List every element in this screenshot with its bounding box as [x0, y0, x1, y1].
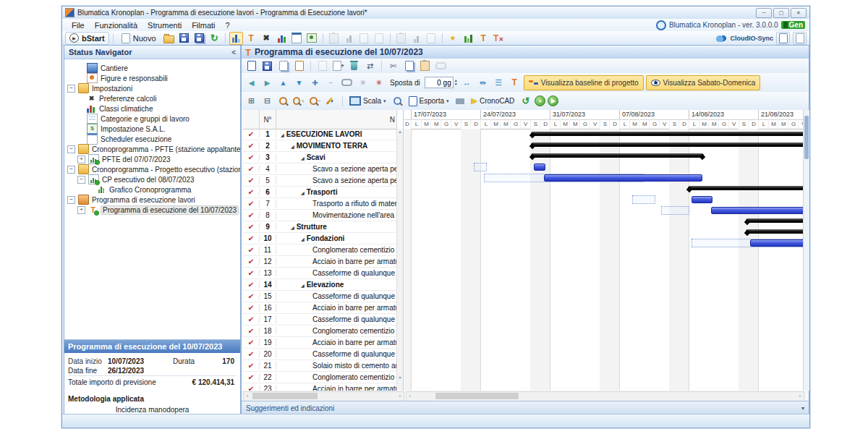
name-column-header[interactable]: N [276, 110, 397, 129]
summary-bar[interactable] [746, 229, 803, 234]
cloud-sync-label[interactable]: CloudIO-Sync [730, 35, 773, 42]
import-icon[interactable] [292, 59, 306, 72]
weekend-toggle-button[interactable]: Visualizza Sabato-Domenica [646, 75, 761, 90]
close-button[interactable]: ✕ [791, 8, 807, 18]
person-card-icon[interactable] [305, 32, 319, 45]
table-row[interactable]: ✔2◢MOVIMENTO TERRA [243, 140, 397, 152]
group-triangle-icon[interactable]: ◢ [281, 133, 284, 137]
table-row[interactable]: ✔12Acciaio in barre per armature di cong… [243, 256, 397, 268]
page2-remove-icon[interactable] [425, 32, 438, 45]
clipboard-chart-icon[interactable] [327, 32, 341, 45]
table-row[interactable]: ✔21Solaio misto di cemento armato e late… [243, 360, 397, 372]
row-check-icon[interactable]: ✔ [243, 292, 260, 300]
tree-item[interactable]: Figure e responsabili [64, 73, 240, 83]
table-row[interactable]: ✔8Movimentazione nell'area di cantiere d… [243, 210, 397, 221]
tree-item[interactable]: Cantiere [64, 63, 240, 73]
row-check-icon[interactable]: ✔ [243, 188, 260, 196]
export-log-icon[interactable] [793, 32, 807, 45]
active-view-icon[interactable] [229, 32, 243, 45]
move-up-icon[interactable]: ▲ [276, 76, 290, 89]
row-check-icon[interactable]: ✔ [243, 246, 260, 254]
copy-gray-icon[interactable] [357, 32, 371, 45]
group-triangle-icon[interactable]: ◢ [291, 145, 294, 149]
esporta-dropdown[interactable]: Esporta▾ [407, 96, 451, 106]
summary-bar[interactable] [531, 153, 704, 158]
move-right-icon[interactable]: ▶ [260, 76, 274, 89]
maximize-button[interactable]: ▢ [773, 8, 789, 18]
row-check-icon[interactable]: ✔ [243, 281, 260, 289]
zoom-icon[interactable] [276, 95, 290, 108]
reload-view-icon[interactable] [244, 59, 258, 72]
number-column-header[interactable]: N° [260, 110, 276, 129]
cut-icon[interactable]: ✄ [386, 59, 400, 72]
minimize-button[interactable]: ─ [756, 8, 772, 18]
bstart-button[interactable]: ▶ bStart [65, 32, 109, 45]
delete-task-icon[interactable] [347, 59, 361, 72]
tree-item[interactable]: SImpostazione S.A.L. [64, 124, 240, 134]
swap-icon[interactable]: ⇄ [363, 59, 377, 72]
tree-item[interactable]: −Cronoprogramma - Progetto esecutivo (st… [64, 164, 240, 174]
row-check-icon[interactable]: ✔ [243, 385, 260, 391]
task-bar[interactable] [544, 174, 702, 182]
row-check-icon[interactable]: ✔ [243, 153, 260, 161]
table-row[interactable]: ✔16Acciaio in barre per armature di cong… [243, 302, 397, 314]
clipboard2-icon[interactable] [394, 32, 408, 45]
group-triangle-icon[interactable]: ◢ [301, 191, 305, 195]
outdent-icon[interactable]: − [324, 76, 338, 89]
play-green-button[interactable]: ▶ [548, 95, 558, 106]
unlink-tasks-icon[interactable]: ✳ [356, 76, 370, 89]
group-triangle-icon[interactable]: ◢ [301, 237, 305, 242]
duplicate-icon[interactable] [276, 59, 290, 72]
nuovo-button[interactable]: Nuovo [117, 32, 161, 45]
sidebar-collapse-button[interactable]: < [231, 48, 236, 56]
expand-expander[interactable]: + [77, 156, 85, 163]
fit-view-icon[interactable]: ⇹ [476, 76, 490, 89]
tree-item[interactable]: +PFTE del 07/07/2023 [64, 154, 240, 164]
row-check-icon[interactable]: ✔ [243, 200, 260, 208]
table-row[interactable]: ✔9◢Strutture [243, 221, 397, 233]
row-check-icon[interactable]: ✔ [243, 362, 260, 370]
copy-icon[interactable] [402, 59, 416, 72]
link-icon[interactable] [434, 59, 448, 72]
calendar-icon[interactable] [290, 32, 304, 45]
paste-icon[interactable] [418, 59, 432, 72]
table-row[interactable]: ✔17Casseforme di qualunque tipo rette o … [243, 314, 397, 326]
summary-bar[interactable] [746, 218, 803, 223]
menu-funzionalit[interactable]: Funzionalità [90, 21, 142, 30]
task-table-hscrollbar[interactable]: ‹› [243, 391, 404, 401]
expand-all-icon[interactable]: ⊞ [244, 95, 258, 108]
row-check-icon[interactable]: ✔ [243, 223, 260, 231]
table-row[interactable]: ✔1◢ESECUZIONE LAVORI [243, 129, 397, 140]
check-column-header[interactable] [243, 110, 260, 129]
add-green-button[interactable]: ＋ [535, 95, 545, 106]
chart-gray-icon[interactable] [342, 32, 356, 45]
zoom-page-icon[interactable] [391, 95, 404, 108]
tree-item[interactable]: −Cronoprogramma - PFTE (stazione appalta… [64, 144, 240, 154]
collapse-expander[interactable]: − [67, 85, 75, 93]
new-task-icon[interactable]: ▾ [331, 59, 345, 72]
tools-icon[interactable]: ✖ [260, 32, 273, 45]
row-check-icon[interactable]: ✔ [243, 142, 260, 150]
format-pen-icon[interactable]: ▾ [324, 95, 338, 108]
refresh-icon[interactable]: ↻ [208, 32, 221, 45]
indent-icon[interactable]: ✚ [308, 76, 322, 89]
summary-bar[interactable] [531, 142, 803, 147]
gantt-vscrollbar[interactable] [803, 110, 809, 391]
apply-move-icon[interactable]: ↔ [460, 76, 474, 89]
row-check-icon[interactable]: ✔ [243, 258, 260, 265]
row-check-icon[interactable]: ✔ [243, 130, 260, 138]
table-row[interactable]: ✔15Casseforme di qualunque tipo rette o … [243, 291, 397, 302]
table-row[interactable]: ✔3◢Scavi [243, 152, 397, 163]
summary-bar[interactable] [531, 132, 803, 136]
title-bar[interactable]: Blumatica Kronoplan - Programma di esecu… [62, 7, 809, 20]
gantt-green-icon[interactable] [461, 32, 475, 45]
task-bar[interactable] [692, 196, 712, 203]
collapse-expander[interactable]: − [67, 145, 75, 153]
menu-?[interactable]: ? [221, 21, 235, 30]
tree-item[interactable]: +TProgramma di esecuzione del 10/07/2023 [64, 205, 240, 215]
collapse-expander[interactable]: − [67, 196, 75, 204]
row-check-icon[interactable]: ✔ [243, 211, 260, 219]
table-row[interactable]: ✔10◢Fondazioni [243, 233, 397, 244]
gantt-body[interactable] [404, 129, 803, 391]
task-bar[interactable] [750, 239, 803, 247]
